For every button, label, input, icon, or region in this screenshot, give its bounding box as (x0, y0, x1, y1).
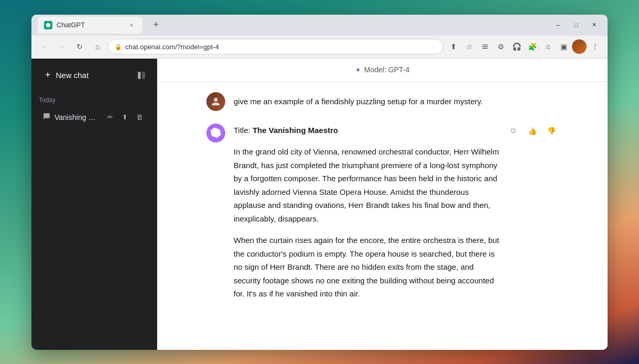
puzzle-piece-icon[interactable]: 🧩 (525, 39, 539, 54)
new-chat-label: New chat (56, 71, 89, 80)
today-section-label: Today (31, 92, 157, 106)
chat-list-item[interactable]: Vanishing Maestro's ✏ ⬆ 🗑 (36, 107, 153, 128)
window-controls: ─ □ ✕ (551, 18, 601, 32)
svg-point-0 (46, 23, 50, 27)
chat-icon (43, 113, 50, 122)
edit-chat-button[interactable]: ✏ (104, 111, 116, 124)
profile-button[interactable] (572, 39, 587, 54)
reload-button[interactable]: ↻ (72, 39, 87, 54)
response-para-1: In the grand old city of Vienna, renowne… (234, 145, 502, 225)
tab-close-button[interactable]: × (127, 20, 136, 30)
browser-tab[interactable]: ChatGPT × (38, 17, 142, 34)
back-button[interactable]: ← (37, 39, 51, 54)
sidebar: + New chat Today Vanishing Maest (31, 59, 157, 350)
toolbar-right: ⬆ ☆ ⚙ 🎧 🧩 ♫ ▣ ⋮ (446, 39, 602, 54)
thumbs-up-button[interactable]: 👍 (525, 124, 539, 138)
response-para-2: When the curtain rises again for the enc… (234, 234, 502, 301)
url-text: chat.openai.com/?model=gpt-4 (125, 43, 219, 51)
forward-button[interactable]: → (54, 39, 69, 54)
sidebar-header: + New chat (31, 59, 157, 92)
close-button[interactable]: ✕ (587, 18, 601, 32)
assistant-avatar (206, 124, 225, 142)
chat-messages: give me an example of a fiendishly puzzl… (157, 82, 608, 350)
puzzle-icon[interactable]: ⚙ (493, 39, 508, 54)
model-label: Model: GPT-4 (364, 65, 409, 74)
assistant-message-header: Title: The Vanishing Maestro In the gran… (234, 124, 558, 309)
lock-icon: 🔒 (115, 43, 122, 50)
chatgpt-favicon (44, 21, 52, 29)
home-button[interactable]: ⌂ (90, 39, 105, 54)
sidebar-toggle-icon[interactable]: ▣ (556, 39, 571, 54)
user-message-container: give me an example of a fiendishly puzzl… (194, 92, 571, 111)
title-bar: ChatGPT × + ─ □ ✕ (31, 15, 608, 36)
profile-avatar (572, 39, 587, 54)
chat-item-title: Vanishing Maestro's (54, 113, 100, 122)
new-tab-button[interactable]: + (149, 18, 163, 32)
share-chat-button[interactable]: ⬆ (118, 111, 131, 124)
share-button[interactable]: ⬆ (446, 39, 461, 54)
new-chat-button[interactable]: + New chat (38, 64, 128, 87)
user-avatar (206, 92, 225, 111)
sparkle-icon: ✦ (355, 66, 361, 74)
main-content: + New chat Today Vanishing Maest (31, 59, 608, 350)
model-badge: ✦ Model: GPT-4 (355, 65, 409, 74)
svg-rect-1 (138, 72, 140, 79)
menu-button[interactable]: ⋮ (588, 39, 602, 54)
chat-header: ✦ Model: GPT-4 (157, 59, 608, 82)
copy-button[interactable]: ⧉ (506, 124, 521, 138)
chat-area: ✦ Model: GPT-4 give me an example of a f… (157, 59, 608, 350)
delete-chat-button[interactable]: 🗑 (133, 111, 146, 124)
music-icon[interactable]: ♫ (541, 39, 555, 54)
tab-title: ChatGPT (57, 21, 123, 29)
extensions-button[interactable] (478, 39, 492, 54)
user-message: give me an example of a fiendishly puzzl… (206, 92, 558, 111)
bookmark-button[interactable]: ☆ (462, 39, 477, 54)
response-title: Title: The Vanishing Maestro (234, 124, 502, 137)
assistant-content: Title: The Vanishing Maestro In the gran… (234, 124, 558, 309)
chat-item-actions: ✏ ⬆ 🗑 (104, 111, 146, 124)
message-actions: ⧉ 👍 👎 (506, 124, 558, 138)
svg-rect-2 (142, 72, 145, 79)
sidebar-toggle-button[interactable] (132, 66, 151, 85)
thumbs-down-button[interactable]: 👎 (544, 124, 558, 138)
response-title-bold: The Vanishing Maestro (252, 126, 338, 135)
maximize-button[interactable]: □ (569, 18, 583, 32)
plus-icon: + (45, 70, 51, 81)
assistant-message: Title: The Vanishing Maestro In the gran… (206, 124, 558, 309)
user-message-text: give me an example of a fiendishly puzzl… (234, 92, 483, 108)
assistant-message-container: Title: The Vanishing Maestro In the gran… (194, 124, 571, 309)
minimize-button[interactable]: ─ (551, 18, 566, 32)
address-bar: ← → ↻ ⌂ 🔒 chat.openai.com/?model=gpt-4 ⬆… (31, 36, 608, 59)
url-bar[interactable]: 🔒 chat.openai.com/?model=gpt-4 (108, 39, 443, 54)
headphones-icon[interactable]: 🎧 (509, 39, 524, 54)
